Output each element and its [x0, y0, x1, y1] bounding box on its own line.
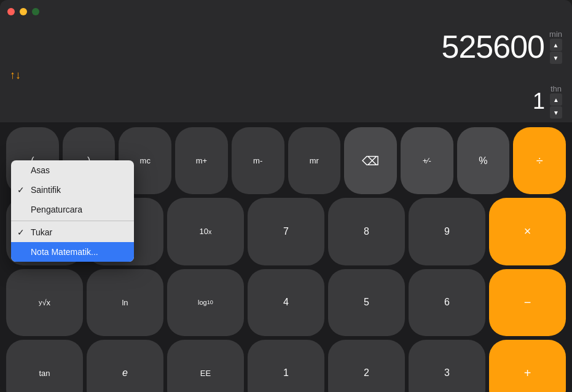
9-button[interactable]: 9 [409, 198, 485, 265]
menu-item-asas-label: Asas [31, 165, 50, 175]
plus-minus-button[interactable]: +∕- [401, 127, 453, 194]
menu-item-saintifik-label: Saintifik [31, 185, 61, 195]
ln-button[interactable]: ln [87, 269, 163, 336]
ee-button[interactable]: EE [167, 340, 244, 392]
display-value-2: 1 [10, 88, 545, 114]
stepper-down-1[interactable]: ▼ [550, 52, 562, 64]
display-area: 525600 min ▲ ▼ ↑↓ 1 thn ▲ ▼ [0, 23, 572, 122]
stepper-up-2[interactable]: ▲ [550, 93, 562, 106]
8-button[interactable]: 8 [328, 198, 405, 265]
menu-divider [11, 221, 134, 221]
minimize-button[interactable] [20, 8, 27, 15]
log10-button[interactable]: log10 [167, 269, 244, 336]
calc-body: ( ) mc m+ m- mr ⌫ +∕- % ÷ xy ex 10x 7 8 … [0, 122, 572, 392]
3-button[interactable]: 3 [409, 340, 485, 392]
plus-button[interactable]: + [489, 340, 566, 392]
sort-icon[interactable]: ↑↓ [10, 69, 21, 82]
stepper-up-1[interactable]: ▲ [550, 39, 562, 51]
backspace-button[interactable]: ⌫ [344, 127, 397, 194]
stepper-2[interactable]: ▲ ▼ [550, 93, 562, 119]
5-button[interactable]: 5 [328, 269, 405, 336]
unit-label-2: thn [550, 84, 562, 93]
yth-root-button[interactable]: y√x [6, 269, 83, 336]
calculator-window: 525600 min ▲ ▼ ↑↓ 1 thn ▲ ▼ [0, 0, 572, 392]
tan-button[interactable]: tan [6, 340, 83, 392]
stepper-down-2[interactable]: ▼ [550, 106, 562, 119]
unit-label-1: min [549, 29, 562, 39]
multiply-button[interactable]: × [489, 198, 566, 265]
sort-icon-row[interactable]: ↑↓ [10, 66, 562, 84]
divide-button[interactable]: ÷ [513, 127, 566, 194]
1-button[interactable]: 1 [248, 340, 324, 392]
close-button[interactable] [7, 8, 15, 15]
menu-item-nota-matematik[interactable]: Nota Matematik... [11, 242, 134, 262]
percent-button[interactable]: % [457, 127, 510, 194]
titlebar [0, 0, 572, 23]
menu-item-pengaturcara[interactable]: Pengaturcara [11, 200, 134, 219]
6-button[interactable]: 6 [409, 269, 485, 336]
display-value-1: 525600 [10, 28, 544, 65]
menu-item-asas[interactable]: Asas [11, 160, 134, 180]
unit-2-group: thn ▲ ▼ [550, 84, 562, 119]
traffic-lights [7, 8, 39, 15]
unit-1-group: min ▲ ▼ [549, 29, 562, 64]
7-button[interactable]: 7 [248, 198, 324, 265]
stepper-1[interactable]: ▲ ▼ [550, 39, 562, 64]
m-minus-button[interactable]: m- [232, 127, 284, 194]
display-row-2: 1 thn ▲ ▼ [10, 84, 562, 119]
minus-button[interactable]: − [489, 269, 566, 336]
menu-item-saintifik[interactable]: Saintifik [11, 180, 134, 200]
e-button[interactable]: e [87, 340, 163, 392]
menu-item-nota-matematik-label: Nota Matematik... [31, 247, 98, 257]
10-pow-x-button[interactable]: 10x [167, 198, 244, 265]
m-plus-button[interactable]: m+ [175, 127, 228, 194]
4-button[interactable]: 4 [248, 269, 324, 336]
display-row-1: 525600 min ▲ ▼ [10, 28, 562, 65]
menu-item-pengaturcara-label: Pengaturcara [31, 205, 82, 214]
context-menu: Asas Saintifik Pengaturcara Tukar Nota M… [11, 160, 134, 262]
2-button[interactable]: 2 [328, 340, 405, 392]
menu-item-tukar-label: Tukar [31, 227, 52, 237]
button-row-4: tan e EE 1 2 3 + [6, 340, 566, 392]
button-row-3: y√x ln log10 4 5 6 − [6, 269, 566, 336]
menu-item-tukar[interactable]: Tukar [11, 222, 134, 242]
mr-button[interactable]: mr [288, 127, 341, 194]
maximize-button[interactable] [32, 8, 39, 15]
